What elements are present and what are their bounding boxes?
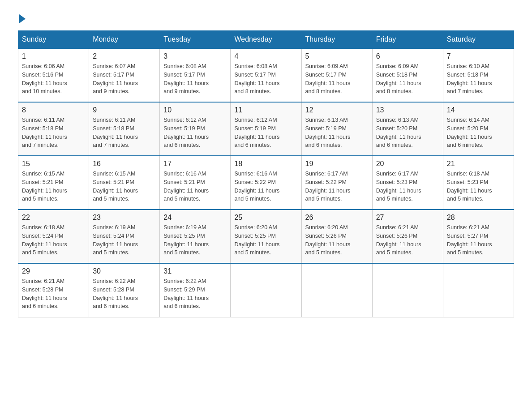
day-info: Sunrise: 6:13 AMSunset: 5:20 PMDaylight:… bbox=[376, 116, 439, 150]
day-info: Sunrise: 6:17 AMSunset: 5:22 PMDaylight:… bbox=[305, 170, 369, 203]
calendar-header-row: SundayMondayTuesdayWednesdayThursdayFrid… bbox=[18, 31, 514, 49]
day-number: 14 bbox=[447, 106, 510, 114]
day-info: Sunrise: 6:15 AMSunset: 5:21 PMDaylight:… bbox=[22, 170, 85, 203]
logo bbox=[18, 13, 26, 21]
day-number: 27 bbox=[376, 214, 439, 222]
day-number: 28 bbox=[447, 214, 510, 222]
day-number: 19 bbox=[305, 160, 369, 168]
day-info: Sunrise: 6:15 AMSunset: 5:21 PMDaylight:… bbox=[93, 170, 156, 203]
day-info: Sunrise: 6:13 AMSunset: 5:19 PMDaylight:… bbox=[305, 116, 369, 150]
calendar-cell: 21Sunrise: 6:18 AMSunset: 5:23 PMDayligh… bbox=[443, 156, 514, 210]
day-number: 29 bbox=[22, 267, 85, 275]
day-info: Sunrise: 6:12 AMSunset: 5:19 PMDaylight:… bbox=[234, 116, 297, 150]
logo-arrow-icon bbox=[19, 14, 26, 23]
calendar-cell: 2Sunrise: 6:07 AMSunset: 5:17 PMDaylight… bbox=[89, 48, 160, 102]
day-number: 21 bbox=[447, 160, 510, 168]
day-number: 16 bbox=[93, 160, 156, 168]
calendar-cell: 17Sunrise: 6:16 AMSunset: 5:21 PMDayligh… bbox=[160, 156, 231, 210]
day-info: Sunrise: 6:22 AMSunset: 5:29 PMDaylight:… bbox=[163, 277, 227, 311]
calendar-cell: 22Sunrise: 6:18 AMSunset: 5:24 PMDayligh… bbox=[18, 210, 89, 263]
day-number: 26 bbox=[305, 214, 369, 222]
day-info: Sunrise: 6:22 AMSunset: 5:28 PMDaylight:… bbox=[93, 277, 156, 311]
calendar-cell: 11Sunrise: 6:12 AMSunset: 5:19 PMDayligh… bbox=[231, 102, 301, 156]
day-number: 17 bbox=[163, 160, 227, 168]
col-header-tuesday: Tuesday bbox=[160, 31, 231, 49]
calendar-cell: 18Sunrise: 6:16 AMSunset: 5:22 PMDayligh… bbox=[231, 156, 301, 210]
day-info: Sunrise: 6:16 AMSunset: 5:21 PMDaylight:… bbox=[163, 170, 227, 203]
day-info: Sunrise: 6:07 AMSunset: 5:17 PMDaylight:… bbox=[93, 62, 156, 96]
calendar-cell bbox=[372, 263, 443, 317]
calendar-cell: 26Sunrise: 6:20 AMSunset: 5:26 PMDayligh… bbox=[301, 210, 372, 263]
col-header-monday: Monday bbox=[89, 31, 160, 49]
day-number: 13 bbox=[376, 106, 439, 114]
day-info: Sunrise: 6:08 AMSunset: 5:17 PMDaylight:… bbox=[163, 62, 227, 96]
col-header-friday: Friday bbox=[372, 31, 443, 49]
day-number: 4 bbox=[234, 52, 297, 60]
week-row-5: 29Sunrise: 6:21 AMSunset: 5:28 PMDayligh… bbox=[18, 263, 514, 317]
day-number: 6 bbox=[376, 52, 439, 60]
day-info: Sunrise: 6:08 AMSunset: 5:17 PMDaylight:… bbox=[234, 62, 297, 96]
day-number: 30 bbox=[93, 267, 156, 275]
day-number: 3 bbox=[163, 52, 227, 60]
calendar-cell: 3Sunrise: 6:08 AMSunset: 5:17 PMDaylight… bbox=[160, 48, 231, 102]
day-info: Sunrise: 6:17 AMSunset: 5:23 PMDaylight:… bbox=[376, 170, 439, 203]
week-row-3: 15Sunrise: 6:15 AMSunset: 5:21 PMDayligh… bbox=[18, 156, 514, 210]
day-info: Sunrise: 6:18 AMSunset: 5:24 PMDaylight:… bbox=[22, 223, 85, 257]
calendar-cell: 25Sunrise: 6:20 AMSunset: 5:25 PMDayligh… bbox=[231, 210, 301, 263]
day-number: 5 bbox=[305, 52, 369, 60]
day-info: Sunrise: 6:20 AMSunset: 5:26 PMDaylight:… bbox=[305, 223, 369, 257]
calendar-cell: 6Sunrise: 6:09 AMSunset: 5:18 PMDaylight… bbox=[372, 48, 443, 102]
calendar-cell: 13Sunrise: 6:13 AMSunset: 5:20 PMDayligh… bbox=[372, 102, 443, 156]
day-info: Sunrise: 6:21 AMSunset: 5:26 PMDaylight:… bbox=[376, 223, 439, 257]
calendar-cell: 24Sunrise: 6:19 AMSunset: 5:25 PMDayligh… bbox=[160, 210, 231, 263]
calendar-cell: 4Sunrise: 6:08 AMSunset: 5:17 PMDaylight… bbox=[231, 48, 301, 102]
day-number: 25 bbox=[234, 214, 297, 222]
day-number: 23 bbox=[93, 214, 156, 222]
day-info: Sunrise: 6:21 AMSunset: 5:28 PMDaylight:… bbox=[22, 277, 85, 311]
day-info: Sunrise: 6:06 AMSunset: 5:16 PMDaylight:… bbox=[22, 62, 85, 96]
day-info: Sunrise: 6:19 AMSunset: 5:25 PMDaylight:… bbox=[163, 223, 227, 257]
day-number: 7 bbox=[447, 52, 510, 60]
day-number: 15 bbox=[22, 160, 85, 168]
day-number: 10 bbox=[163, 106, 227, 114]
day-number: 24 bbox=[163, 214, 227, 222]
calendar-cell: 9Sunrise: 6:11 AMSunset: 5:18 PMDaylight… bbox=[89, 102, 160, 156]
day-info: Sunrise: 6:21 AMSunset: 5:27 PMDaylight:… bbox=[447, 223, 510, 257]
day-number: 9 bbox=[93, 106, 156, 114]
calendar-cell: 10Sunrise: 6:12 AMSunset: 5:19 PMDayligh… bbox=[160, 102, 231, 156]
calendar-cell bbox=[443, 263, 514, 317]
calendar-cell: 5Sunrise: 6:09 AMSunset: 5:17 PMDaylight… bbox=[301, 48, 372, 102]
calendar-cell: 7Sunrise: 6:10 AMSunset: 5:18 PMDaylight… bbox=[443, 48, 514, 102]
calendar-cell: 29Sunrise: 6:21 AMSunset: 5:28 PMDayligh… bbox=[18, 263, 89, 317]
calendar-cell: 19Sunrise: 6:17 AMSunset: 5:22 PMDayligh… bbox=[301, 156, 372, 210]
day-number: 11 bbox=[234, 106, 297, 114]
calendar-cell: 31Sunrise: 6:22 AMSunset: 5:29 PMDayligh… bbox=[160, 263, 231, 317]
calendar-cell bbox=[301, 263, 372, 317]
col-header-wednesday: Wednesday bbox=[231, 31, 301, 49]
day-info: Sunrise: 6:09 AMSunset: 5:17 PMDaylight:… bbox=[305, 62, 369, 96]
day-number: 1 bbox=[22, 52, 85, 60]
col-header-thursday: Thursday bbox=[301, 31, 372, 49]
day-info: Sunrise: 6:20 AMSunset: 5:25 PMDaylight:… bbox=[234, 223, 297, 257]
calendar-cell: 16Sunrise: 6:15 AMSunset: 5:21 PMDayligh… bbox=[89, 156, 160, 210]
day-number: 8 bbox=[22, 106, 85, 114]
calendar-cell: 8Sunrise: 6:11 AMSunset: 5:18 PMDaylight… bbox=[18, 102, 89, 156]
day-info: Sunrise: 6:16 AMSunset: 5:22 PMDaylight:… bbox=[234, 170, 297, 203]
calendar-cell: 1Sunrise: 6:06 AMSunset: 5:16 PMDaylight… bbox=[18, 48, 89, 102]
day-number: 18 bbox=[234, 160, 297, 168]
day-number: 31 bbox=[163, 267, 227, 275]
col-header-saturday: Saturday bbox=[443, 31, 514, 49]
week-row-4: 22Sunrise: 6:18 AMSunset: 5:24 PMDayligh… bbox=[18, 210, 514, 263]
day-info: Sunrise: 6:11 AMSunset: 5:18 PMDaylight:… bbox=[93, 116, 156, 150]
calendar-table: SundayMondayTuesdayWednesdayThursdayFrid… bbox=[18, 30, 514, 317]
day-info: Sunrise: 6:18 AMSunset: 5:23 PMDaylight:… bbox=[447, 170, 510, 203]
calendar-cell: 27Sunrise: 6:21 AMSunset: 5:26 PMDayligh… bbox=[372, 210, 443, 263]
week-row-2: 8Sunrise: 6:11 AMSunset: 5:18 PMDaylight… bbox=[18, 102, 514, 156]
calendar-cell: 15Sunrise: 6:15 AMSunset: 5:21 PMDayligh… bbox=[18, 156, 89, 210]
calendar-cell: 30Sunrise: 6:22 AMSunset: 5:28 PMDayligh… bbox=[89, 263, 160, 317]
calendar-cell: 14Sunrise: 6:14 AMSunset: 5:20 PMDayligh… bbox=[443, 102, 514, 156]
day-info: Sunrise: 6:14 AMSunset: 5:20 PMDaylight:… bbox=[447, 116, 510, 150]
col-header-sunday: Sunday bbox=[18, 31, 89, 49]
day-number: 20 bbox=[376, 160, 439, 168]
calendar-cell bbox=[231, 263, 301, 317]
